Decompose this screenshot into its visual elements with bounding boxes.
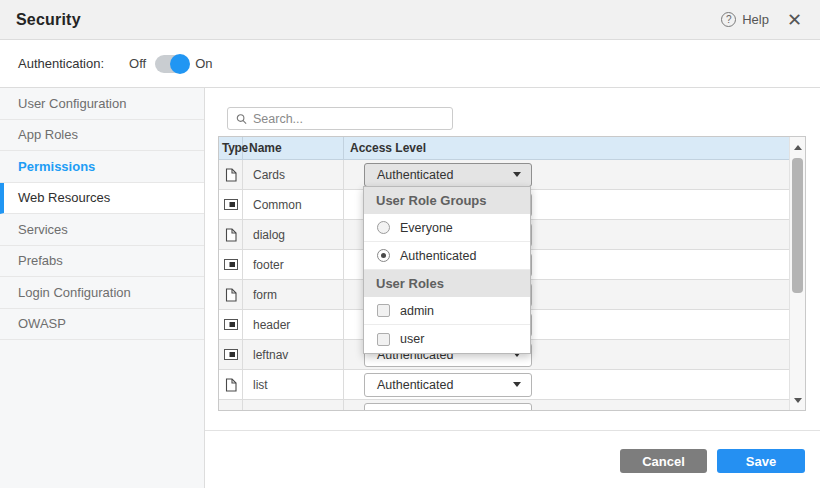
close-icon[interactable]: ✕ [785, 11, 804, 29]
dropdown-option-label: Authenticated [400, 249, 476, 263]
sidebar-item-owasp[interactable]: OWASP [0, 309, 204, 341]
sidebar-item-user-configuration[interactable]: User Configuration [0, 88, 204, 120]
sidebar-item-app-roles[interactable]: App Roles [0, 120, 204, 152]
radio-everyone [377, 221, 390, 234]
sidebar-item-label: User Configuration [18, 96, 126, 111]
sidebar-item-label: Permissions [18, 159, 95, 174]
toggle-off-label: Off [129, 56, 146, 71]
partial-icon [224, 349, 238, 360]
dropdown-section-header: User Role Groups [364, 187, 530, 214]
row-name: footer [243, 250, 344, 279]
checkbox-admin [377, 304, 390, 317]
dropdown-option-everyone[interactable]: Everyone [364, 214, 530, 242]
column-header-access-level: Access Level [344, 137, 789, 159]
sidebar-nav: User Configuration App Roles Permissions… [0, 88, 205, 488]
access-level-value: Authenticated [377, 168, 453, 182]
table-header-row: Type Name Access Level [219, 137, 789, 160]
dialog-footer: Cancel Save [205, 430, 820, 488]
partial-icon [224, 259, 238, 270]
sidebar-item-label: Services [18, 222, 68, 237]
security-dialog: Security ? Help ✕ Authentication: Off On… [0, 0, 820, 488]
sidebar-item-prefabs[interactable]: Prefabs [0, 246, 204, 278]
type-cell [219, 250, 243, 279]
save-button[interactable]: Save [717, 449, 805, 473]
sidebar-item-label: App Roles [18, 127, 78, 142]
dropdown-option-admin[interactable]: admin [364, 297, 530, 325]
access-cell [344, 400, 789, 410]
table-row: list Authenticated [219, 370, 789, 400]
help-icon: ? [721, 12, 736, 27]
sidebar-item-label: Prefabs [18, 253, 63, 268]
authentication-bar: Authentication: Off On [0, 40, 820, 88]
type-cell [219, 160, 243, 189]
checkbox-user [377, 333, 390, 346]
row-name: Common [243, 190, 344, 219]
scroll-down-icon[interactable] [790, 393, 805, 407]
sidebar-item-login-configuration[interactable]: Login Configuration [0, 277, 204, 309]
access-cell: Authenticated [344, 370, 789, 399]
access-cell: Authenticated [344, 160, 789, 189]
sidebar-item-services[interactable]: Services [0, 214, 204, 246]
titlebar-actions: ? Help ✕ [721, 11, 804, 29]
row-name: leftnav [243, 340, 344, 369]
table-row-partial [219, 400, 789, 410]
scrollbar-thumb[interactable] [792, 158, 803, 293]
partial-icon [224, 319, 238, 330]
type-cell [219, 280, 243, 309]
chevron-down-icon [513, 172, 521, 177]
page-icon [225, 378, 237, 392]
access-level-select[interactable] [364, 403, 532, 410]
row-name: Cards [243, 160, 344, 189]
type-cell [219, 400, 243, 410]
sidebar-item-label: Web Resources [18, 190, 110, 205]
sidebar-item-web-resources[interactable]: Web Resources [0, 183, 204, 215]
dropdown-option-label: user [400, 332, 424, 346]
radio-authenticated [377, 249, 390, 262]
dialog-titlebar: Security ? Help ✕ [0, 0, 820, 40]
dropdown-option-label: Everyone [400, 221, 453, 235]
search-input[interactable] [253, 112, 444, 126]
table-scrollbar[interactable] [789, 137, 805, 410]
toggle-knob [170, 54, 190, 74]
type-cell [219, 310, 243, 339]
row-name: list [243, 370, 344, 399]
access-level-select[interactable]: Authenticated [364, 373, 532, 397]
column-header-name: Name [243, 137, 344, 159]
page-icon [225, 228, 237, 242]
web-resources-panel: Type Name Access Level Cards Authenticat… [205, 88, 820, 488]
sidebar-item-label: OWASP [18, 316, 66, 331]
page-icon [225, 168, 237, 182]
toggle-on-label: On [195, 56, 212, 71]
access-level-value: Authenticated [377, 378, 453, 392]
scroll-up-icon[interactable] [790, 140, 805, 154]
row-name [243, 400, 344, 410]
page-icon [225, 288, 237, 302]
authentication-toggle[interactable] [155, 55, 189, 73]
access-level-dropdown-panel: User Role Groups Everyone Authenticated … [363, 186, 531, 354]
row-name: form [243, 280, 344, 309]
dropdown-option-authenticated[interactable]: Authenticated [364, 242, 530, 270]
type-cell [219, 370, 243, 399]
help-label: Help [742, 12, 769, 27]
sidebar-item-label: Login Configuration [18, 285, 131, 300]
sidebar-item-permissions[interactable]: Permissions [0, 151, 204, 183]
dropdown-option-user[interactable]: user [364, 325, 530, 353]
authentication-label: Authentication: [18, 56, 104, 71]
row-name: header [243, 310, 344, 339]
access-level-select[interactable]: Authenticated [364, 163, 532, 187]
dropdown-option-label: admin [400, 304, 434, 318]
column-header-type: Type [219, 137, 243, 159]
cancel-button[interactable]: Cancel [620, 449, 707, 473]
chevron-down-icon [513, 382, 521, 387]
type-cell [219, 340, 243, 369]
search-box [227, 107, 453, 130]
type-cell [219, 190, 243, 219]
dropdown-section-header: User Roles [364, 270, 530, 297]
row-name: dialog [243, 220, 344, 249]
partial-icon [224, 199, 238, 210]
search-icon [236, 113, 247, 125]
page-title: Security [16, 11, 81, 29]
type-cell [219, 220, 243, 249]
help-button[interactable]: ? Help [721, 12, 769, 27]
